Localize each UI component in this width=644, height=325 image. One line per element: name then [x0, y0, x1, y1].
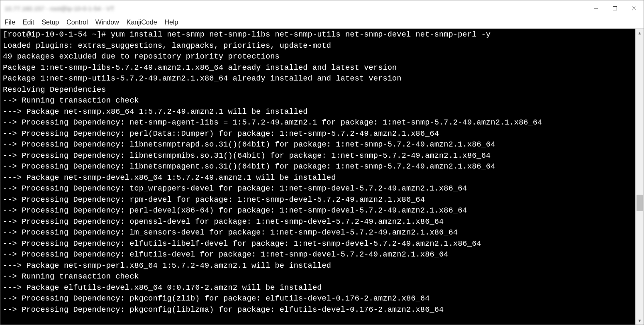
scroll-down-arrow-icon[interactable]: ▼ — [636, 316, 644, 325]
menu-control[interactable]: Control — [66, 19, 88, 26]
menu-file[interactable]: File — [5, 19, 15, 26]
minimize-button[interactable] — [586, 0, 605, 16]
menu-kanjicode[interactable]: KanjiCode — [127, 19, 157, 26]
menu-edit[interactable]: Edit — [23, 19, 34, 26]
maximize-button[interactable] — [605, 0, 624, 16]
window-controls — [586, 0, 644, 16]
window-frame: 10.77.160.157 - root@ip-10-0-1-54 - VT F… — [0, 0, 644, 325]
scrollbar[interactable]: ▲ ▼ — [635, 29, 644, 325]
menu-window[interactable]: Window — [95, 19, 119, 26]
menu-help[interactable]: Help — [165, 19, 178, 26]
window-title: 10.77.160.157 - root@ip-10-0-1-54 - VT — [5, 5, 115, 12]
scroll-up-arrow-icon[interactable]: ▲ — [636, 29, 644, 37]
titlebar[interactable]: 10.77.160.157 - root@ip-10-0-1-54 - VT — [0, 0, 644, 16]
menubar: File Edit Setup Control Window KanjiCode… — [0, 16, 644, 29]
terminal-output[interactable]: [root@ip-10-0-1-54 ~]# yum install net-s… — [0, 29, 635, 325]
menu-setup[interactable]: Setup — [41, 19, 59, 26]
svg-rect-1 — [613, 7, 617, 10]
close-button[interactable] — [624, 0, 644, 16]
terminal-area: [root@ip-10-0-1-54 ~]# yum install net-s… — [0, 29, 644, 325]
scroll-thumb[interactable] — [637, 195, 643, 211]
